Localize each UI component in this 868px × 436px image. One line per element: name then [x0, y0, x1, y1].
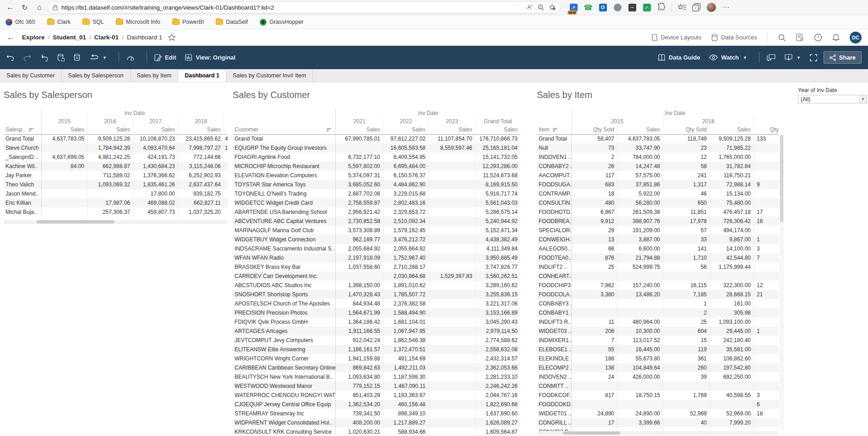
profile-avatar[interactable] — [707, 3, 716, 12]
measure-header[interactable]: Sales — [428, 125, 475, 134]
table-row[interactable]: MICROCHIP Microchip Restaurant5,597,802.… — [233, 162, 520, 171]
table-row[interactable]: CONHEART.. — [537, 272, 779, 281]
bookmark-dataself[interactable]: DataSelf — [216, 19, 248, 25]
redo-button[interactable] — [23, 54, 31, 61]
measure-header-partial[interactable]: Qty — [753, 125, 779, 134]
year-header[interactable]: 2022 — [383, 117, 428, 125]
table-row[interactable]: BEAUTYSCH New York International B..1,09… — [233, 372, 520, 382]
bookmark-grasshopper[interactable]: GrassHopper — [260, 19, 303, 26]
dots-extension-icon[interactable]: ••• — [628, 3, 637, 12]
table-row[interactable]: WIDPARENT Widget Consolidated Hol..408,2… — [233, 418, 520, 427]
table-row[interactable]: Kachine Wil..84.00662,988.871,430,684.23… — [4, 162, 228, 171]
table-row[interactable]: AALEGO50..666,600.0014114,100.003 — [537, 244, 779, 253]
table-row[interactable]: WATERPROC CHENGDU RONGYI WATE..851,403.2… — [233, 391, 520, 400]
table-row[interactable]: FOODSUGA..68337,851.861,31772,988.149 — [537, 180, 779, 189]
row-dimension-header[interactable]: Customer — [233, 125, 335, 134]
measure-header[interactable]: Sales — [710, 125, 753, 134]
table-row[interactable]: Null7333,747.902371,985.22 — [537, 143, 779, 153]
year-header[interactable]: 2016 — [663, 117, 753, 125]
table-row[interactable]: MARINAGOLF Marina Golf Club3,573,308.891… — [233, 226, 520, 235]
check-extension-icon[interactable]: ✓ — [642, 3, 651, 12]
table-row[interactable]: CONBABY2 ..2614,247.485831,782.84 — [537, 162, 779, 171]
table-row[interactable]: CARRDEV Carr Development Inc.2,030,864.6… — [233, 272, 520, 281]
horizontal-scrollbar[interactable] — [4, 220, 228, 224]
sort-icon[interactable] — [29, 128, 34, 132]
table-row[interactable]: ARTCAGES Artcages1,911,166.551,067,947.9… — [233, 327, 520, 336]
watch-button[interactable]: Watch▼ — [709, 54, 747, 61]
refresh-icon[interactable]: ↻ — [18, 1, 31, 13]
comments-button[interactable] — [767, 54, 775, 61]
share-button[interactable]: Share — [824, 51, 862, 64]
table-row[interactable]: AACOMPUT..11757,575.00241116,750.21 — [537, 171, 779, 180]
workbook-star-icon[interactable] — [796, 33, 804, 41]
table-row[interactable]: CONGRILL ..173,399.66407,999.20 — [537, 418, 779, 427]
table-row[interactable]: ELEKINDLE ..18855,673.80361106,862.60 — [537, 354, 779, 363]
extensions-puzzle-icon[interactable] — [657, 3, 666, 12]
table-row[interactable]: FOODCHIP3..7,862157,240.0016,115322,300.… — [537, 281, 779, 290]
year-header[interactable]: 2023 — [428, 117, 475, 125]
horizontal-scrollbar[interactable] — [537, 431, 779, 435]
table-row[interactable]: WIDGET01 ..24,89024,890.0052,96952,969.0… — [537, 409, 779, 418]
tab-sales-by-customer[interactable]: Sales by Customer — [0, 69, 62, 82]
table-row[interactable]: FDIQVIK Qvik Process GmbH1,364,186.421,6… — [233, 317, 520, 327]
breadcrumb-workbook[interactable]: Clark-01 — [94, 34, 119, 41]
favorite-star-icon[interactable]: + — [549, 4, 556, 11]
table-row[interactable]: SNOSHORT Shortstop Sports1,470,328.431,7… — [233, 290, 520, 299]
table-row[interactable]: CONBABY3 ..1161.00 — [537, 299, 779, 308]
bookmark-microsoft-info[interactable]: Microsoft Info — [116, 19, 160, 25]
device-layouts-button[interactable]: Device Layouts — [652, 34, 701, 41]
table-row[interactable]: KRKCONSULT KRK Consulting Service1,020,6… — [233, 427, 520, 436]
column-group-label[interactable]: Inv Date — [571, 109, 779, 117]
year-header[interactable]: 2017 — [133, 117, 178, 125]
table-row[interactable]: INDOVEN1 ..2784,000.00121,765,000.00 — [537, 153, 779, 162]
measure-header[interactable]: Sales — [383, 125, 428, 134]
download-button[interactable]: ▼ — [785, 54, 801, 61]
table-row[interactable]: INDLIFT3 R..11480,964.00251,093,100.00 — [537, 317, 779, 327]
table-row[interactable]: EQUGRP The Equity Group Investors16,605,… — [233, 143, 520, 153]
data-sources-button[interactable]: Data Sources — [711, 34, 757, 41]
home-icon[interactable]: ⌂ — [33, 1, 46, 13]
table-row[interactable]: CARIBBEAN Caribbean Secretary Online869,… — [233, 363, 520, 372]
table-row[interactable]: TOYSTAR Star America Toys3,685,052.604,4… — [233, 180, 520, 189]
browser-menu-icon[interactable]: ⋯ — [721, 3, 731, 12]
table-row[interactable]: Grand Total67,990,785.0197,612,227.0211,… — [233, 134, 520, 143]
table-row[interactable]: ELITEANSW Elite Answering1,186,161.571,3… — [233, 345, 520, 354]
table-row[interactable]: CONSULTIN..48056,280.0065075,480.00 — [537, 198, 779, 207]
extension-new-icon[interactable]: ↗ NEW — [569, 3, 578, 12]
year-header[interactable]: Grand Total — [475, 117, 520, 125]
table-row[interactable]: ELECOMP2 ..138104,849.64260197,542.80 — [537, 363, 779, 372]
vertical-scrollbar[interactable] — [779, 134, 784, 430]
table-row[interactable]: PRECISION Precision Photos1,564,671.991,… — [233, 308, 520, 317]
year-header[interactable]: 2015 — [41, 117, 87, 125]
breadcrumb-explore[interactable]: Explore — [22, 34, 45, 41]
table-row[interactable]: INDMIXER1..7113,017.5215242,180.40 — [537, 336, 779, 345]
table-row[interactable]: APOSTELSCH Church of The Apostles844,934… — [233, 299, 520, 308]
table-row[interactable]: ELEVATION Elevation Computers5,374,097.3… — [233, 171, 520, 180]
table-row[interactable]: Eric Killian17,987.06469,088.02662,827.1… — [4, 198, 228, 207]
refresh-data-button[interactable] — [57, 54, 65, 61]
outlook-icon[interactable]: O — [598, 3, 607, 12]
edit-button[interactable]: Edit — [154, 54, 176, 61]
bookmark-sql[interactable]: SQL — [82, 19, 104, 25]
tab-sales-by-customer-inv-item[interactable]: Sales by Customer Inv# Item — [226, 69, 313, 82]
bookmark-powerbi[interactable]: PowerBI — [172, 19, 204, 25]
table-row[interactable]: Jason Mend..17,800.00939,182.75 — [4, 189, 228, 198]
table-row[interactable]: Michal Buja..257,306.37459,807.731,037,3… — [4, 207, 228, 217]
table-row[interactable]: Jay Parker711,589.021,376,366.626,252,90… — [4, 171, 228, 180]
tab-dashboard-1[interactable]: Dashboard 1 — [178, 69, 226, 82]
table-row[interactable]: FOODHOTD..6,967261,509.3811,851476,457.1… — [537, 207, 779, 217]
table-row[interactable]: CONTRAMP..185,922.004615,134.00 — [537, 189, 779, 198]
back-icon[interactable]: ← — [4, 1, 16, 13]
year-header[interactable]: 2018 — [178, 117, 224, 125]
table-row[interactable]: TOYONEILL O’Neill’s Trading2,687,702.063… — [233, 189, 520, 198]
row-dimension-header[interactable]: Salesp.. — [4, 125, 41, 134]
table-row[interactable]: ABARTENDE USA Bartending School2,956,921… — [233, 207, 520, 217]
year-header[interactable]: 2015 — [571, 117, 663, 125]
notifications-bell-icon[interactable] — [832, 33, 840, 42]
measure-header[interactable]: Sales — [475, 125, 520, 134]
table-row[interactable]: FOODKCOF..81718,750.151,76940,598.553 — [537, 391, 779, 400]
table-row[interactable]: WESTWOOD Westwood Manor779,152.151,467,0… — [233, 382, 520, 391]
measure-header[interactable]: Sales — [41, 125, 87, 134]
sort-icon[interactable] — [553, 128, 558, 132]
table-row[interactable]: FOODCOKD..6 — [537, 400, 779, 409]
